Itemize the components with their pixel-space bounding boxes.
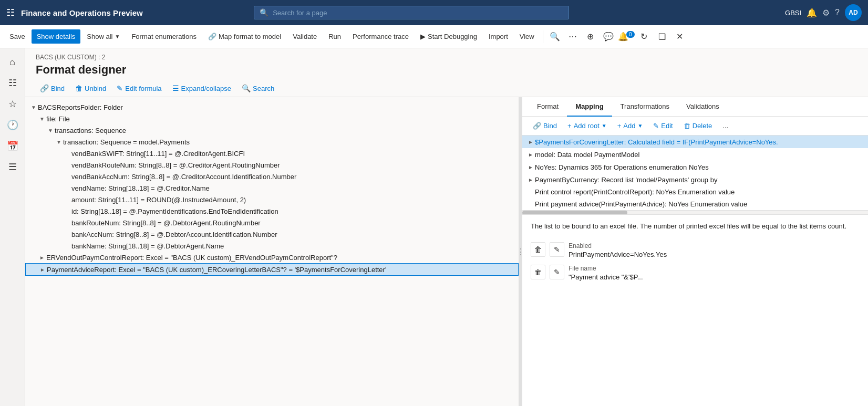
tab-mapping[interactable]: Mapping: [567, 97, 612, 117]
sidebar-item-recent[interactable]: 🕐: [3, 116, 22, 134]
tree-toggle-icon[interactable]: ▼: [29, 103, 38, 111]
unbind-button[interactable]: 🗑 Unbind: [71, 82, 110, 95]
mapping-tree[interactable]: ► $PaymentsForCoveringLetter: Calculated…: [522, 136, 868, 210]
sidebar-item-filter[interactable]: ☷: [3, 74, 22, 92]
tree-item[interactable]: bankName: String[18..18] = @.DebtorAgent…: [25, 240, 519, 252]
hamburger-icon[interactable]: ☷: [6, 7, 15, 18]
expand-icon[interactable]: ►: [526, 138, 535, 146]
app-title: Finance and Operations Preview: [21, 8, 143, 17]
tree-item[interactable]: ▼ file: File: [25, 113, 519, 124]
tab-format[interactable]: Format: [529, 97, 567, 117]
bind-button[interactable]: 🔗 Bind: [36, 82, 69, 95]
format-enumerations-button[interactable]: Format enumerations: [126, 29, 202, 44]
map-item[interactable]: ► NoYes: Dynamics 365 for Operations enu…: [522, 161, 868, 173]
delete-icon: 🗑: [684, 122, 690, 130]
search-cmd-icon[interactable]: 🔍: [546, 28, 563, 45]
tree-item[interactable]: bankAccNum: String[8..8] = @.DebtorAccou…: [25, 228, 519, 240]
tab-transformations[interactable]: Transformations: [612, 97, 678, 117]
pencil-icon: ✎: [653, 122, 659, 130]
search-button[interactable]: 🔍 Search: [237, 82, 278, 95]
format-tree[interactable]: ▼ BACSReportsFolder: Folder ▼ file: File…: [25, 97, 519, 406]
tree-item[interactable]: vendName: String[18..18] = @.Creditor.Na…: [25, 182, 519, 194]
tree-item[interactable]: vendBankAccNum: String[8..8] = @.Credito…: [25, 171, 519, 182]
tree-item-selected[interactable]: ► PaymentAdviceReport: Excel = "BACS (UK…: [25, 263, 519, 276]
plus-icon: +: [617, 122, 622, 130]
grid-icon[interactable]: ⊕: [582, 28, 599, 45]
run-button[interactable]: Run: [323, 29, 346, 44]
user-name: GBSI: [785, 9, 801, 17]
import-button[interactable]: Import: [483, 29, 513, 44]
tree-spacer: [63, 184, 71, 192]
mapping-toolbar: 🔗 Bind + Add root ▼ + Add ▼ ✎: [522, 117, 868, 136]
message-icon[interactable]: 💬: [600, 28, 617, 45]
edit-property-button[interactable]: ✎: [550, 242, 564, 257]
map-item[interactable]: Print control report(PrintControlReport)…: [522, 186, 868, 198]
tree-item[interactable]: vendBankSWIFT: String[11..11] = @.Credit…: [25, 148, 519, 159]
map-item[interactable]: ► model: Data model PaymentModel: [522, 148, 868, 161]
sidebar-item-calendar[interactable]: 📅: [3, 137, 22, 155]
property-filename: 🗑 ✎ File name "Payment advice "&'$P...: [531, 265, 860, 281]
mapping-bind-button[interactable]: 🔗 Bind: [529, 120, 561, 132]
sidebar-item-list[interactable]: ☰: [3, 158, 22, 176]
tree-item[interactable]: ► ERVendOutPaymControlReport: Excel = "B…: [25, 252, 519, 263]
map-item[interactable]: ► PaymentByCurrency: Record list 'model/…: [522, 173, 868, 186]
tree-item[interactable]: amount: String[11..11] = ROUND(@.Instruc…: [25, 194, 519, 205]
tree-toggle-icon[interactable]: ►: [38, 253, 46, 262]
avatar[interactable]: AD: [845, 4, 862, 21]
tree-toggle-icon[interactable]: ►: [38, 265, 47, 274]
tree-toggle-icon[interactable]: ▼: [38, 114, 46, 123]
tree-item[interactable]: ▼ BACSReportsFolder: Folder: [25, 101, 519, 113]
tree-toggle-icon[interactable]: ▼: [46, 126, 55, 134]
tree-item[interactable]: ▼ transactions: Sequence: [25, 124, 519, 136]
edit-formula-button[interactable]: ✎ Edit formula: [112, 82, 166, 95]
add-root-button[interactable]: + Add root ▼: [563, 120, 611, 132]
sidebar-item-home[interactable]: ⌂: [3, 53, 22, 71]
save-button[interactable]: Save: [4, 29, 30, 44]
edit-button[interactable]: ✎ Edit: [649, 120, 677, 132]
nav-right-actions: GBSI 🔔 ⚙ ? AD: [785, 4, 862, 21]
more-options-icon[interactable]: ⋯: [564, 28, 581, 45]
expand-collapse-button[interactable]: ☰ Expand/collapse: [168, 82, 235, 95]
map-item[interactable]: ► $PaymentsForCoveringLetter: Calculated…: [522, 136, 868, 148]
notification-badge-icon[interactable]: 🔔 0: [618, 28, 635, 45]
global-search-bar[interactable]: 🔍: [254, 6, 569, 19]
tree-item[interactable]: bankRouteNum: String[8..8] = @.DebtorAge…: [25, 217, 519, 228]
tree-item[interactable]: vendBankRouteNum: String[8..8] = @.Credi…: [25, 159, 519, 171]
map-item[interactable]: Print payment advice(PrintPaymentAdvice)…: [522, 198, 868, 210]
expand-icon[interactable]: ❏: [654, 28, 670, 45]
search-input[interactable]: [273, 9, 563, 17]
tab-validations[interactable]: Validations: [678, 97, 728, 117]
tree-spacer: [63, 242, 71, 250]
filename-value: "Payment advice "&'$P...: [569, 273, 860, 281]
enabled-label: Enabled: [569, 242, 860, 249]
delete-property-button[interactable]: 🗑: [531, 242, 545, 257]
settings-icon[interactable]: ⚙: [822, 8, 830, 18]
debug-icon: ▶: [420, 33, 426, 40]
add-chevron: ▼: [637, 123, 643, 129]
edit-filename-button[interactable]: ✎: [550, 265, 564, 279]
expand-icon[interactable]: ►: [526, 150, 535, 159]
more-button[interactable]: ...: [718, 120, 732, 132]
horizontal-scrollbar[interactable]: [522, 210, 868, 214]
validate-button[interactable]: Validate: [287, 29, 322, 44]
performance-trace-button[interactable]: Performance trace: [347, 29, 414, 44]
description-text: The list to be bound to an excel file. T…: [531, 221, 860, 232]
help-icon[interactable]: ?: [835, 8, 840, 17]
view-button[interactable]: View: [514, 29, 540, 44]
delete-filename-button[interactable]: 🗑: [531, 265, 545, 279]
sidebar-item-favorites[interactable]: ☆: [3, 95, 22, 113]
start-debugging-button[interactable]: ▶ Start Debugging: [415, 29, 482, 44]
delete-button[interactable]: 🗑 Delete: [679, 120, 717, 132]
close-icon[interactable]: ✕: [671, 28, 688, 45]
add-button[interactable]: + Add ▼: [613, 120, 647, 132]
tree-item[interactable]: ▼ transaction: Sequence = model.Payments: [25, 136, 519, 148]
map-format-to-model-button[interactable]: 🔗 Map format to model: [203, 29, 286, 44]
refresh-icon[interactable]: ↻: [636, 28, 653, 45]
show-all-button[interactable]: Show all ▼: [81, 29, 125, 44]
show-details-button[interactable]: Show details: [32, 29, 81, 44]
tree-toggle-icon[interactable]: ▼: [55, 138, 63, 146]
notification-icon[interactable]: 🔔: [807, 8, 817, 18]
expand-icon[interactable]: ►: [526, 163, 535, 171]
tree-item[interactable]: id: String[18..18] = @.PaymentIdentifica…: [25, 205, 519, 217]
expand-icon[interactable]: ►: [526, 175, 535, 184]
